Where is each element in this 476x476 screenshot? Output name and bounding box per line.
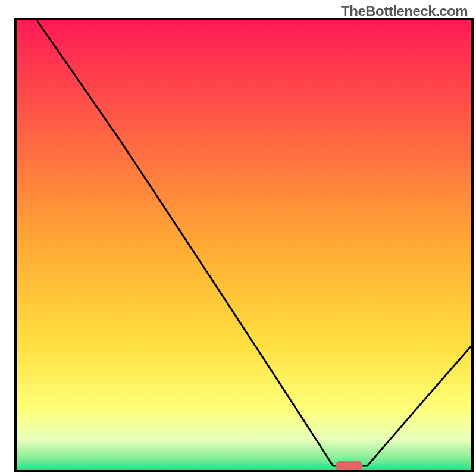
watermark-text: TheBottleneck.com <box>341 3 468 20</box>
sweet-spot-marker <box>336 461 363 471</box>
chart-container: TheBottleneck.com <box>0 0 476 476</box>
bottleneck-chart <box>0 0 476 476</box>
